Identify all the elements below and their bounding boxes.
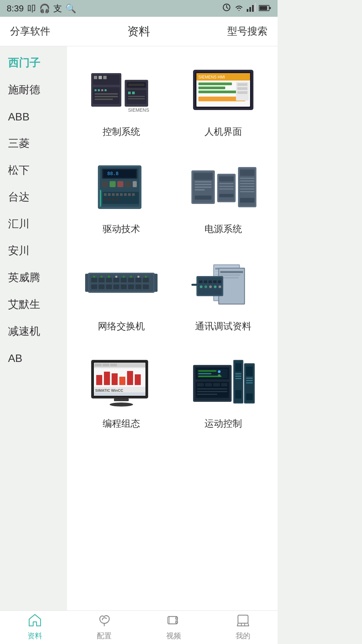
drive-label: 驱动技术 [103, 223, 140, 235]
sidebar-item-emerson[interactable]: 艾默生 [0, 291, 67, 318]
svg-rect-73 [195, 186, 212, 188]
sidebar-item-panasonic[interactable]: 松下 [0, 157, 67, 184]
svg-rect-81 [219, 189, 234, 190]
svg-rect-150 [110, 364, 117, 366]
sidebar-item-reducer[interactable]: 减速机 [0, 318, 67, 345]
status-time: 8:39 [7, 3, 24, 14]
svg-rect-101 [135, 278, 141, 282]
svg-rect-16 [101, 89, 103, 91]
svg-rect-43 [237, 91, 247, 94]
svg-rect-147 [94, 363, 145, 367]
share-software-link[interactable]: 分享软件 [10, 24, 50, 38]
svg-rect-27 [132, 92, 135, 94]
svg-rect-166 [235, 376, 241, 377]
svg-point-105 [108, 276, 110, 278]
svg-rect-2 [249, 7, 251, 12]
sidebar-item-mitsubishi[interactable]: 三菱 [0, 130, 67, 157]
svg-rect-188 [213, 383, 220, 386]
svg-rect-154 [112, 373, 118, 385]
svg-rect-192 [197, 394, 217, 395]
svg-rect-157 [135, 374, 141, 385]
svg-rect-38 [198, 91, 239, 93]
main-layout: 西门子 施耐德 ABB 三菱 松下 台达 汇川 安川 英威腾 艾默生 减速机 [0, 46, 278, 610]
sidebar-item-schneider[interactable]: 施耐德 [0, 76, 67, 103]
svg-rect-49 [102, 181, 108, 187]
category-control-system[interactable]: SIEMENS 控制系统 [74, 53, 169, 144]
svg-rect-57 [108, 193, 111, 196]
svg-rect-52 [125, 181, 131, 187]
hmi-label: 人机界面 [204, 125, 242, 138]
category-motion-control[interactable]: 运动控制 [176, 345, 271, 435]
svg-rect-18 [95, 93, 118, 95]
sidebar-item-inovance[interactable]: 汇川 [0, 211, 67, 237]
tab-mine-label: 我的 [236, 631, 250, 641]
svg-rect-133 [199, 280, 202, 283]
svg-text:SIMATIC WinCC: SIMATIC WinCC [95, 388, 123, 392]
svg-rect-137 [218, 280, 221, 283]
svg-point-110 [145, 276, 147, 278]
svg-rect-100 [128, 278, 134, 282]
svg-rect-113 [106, 284, 112, 289]
svg-rect-63 [132, 193, 135, 196]
svg-point-141 [214, 285, 217, 288]
svg-point-196 [176, 621, 178, 623]
svg-text:88.8: 88.8 [107, 171, 119, 176]
svg-rect-156 [127, 371, 133, 385]
sidebar-item-abb[interactable]: ABB [0, 103, 67, 130]
svg-rect-71 [195, 181, 212, 182]
svg-rect-115 [121, 284, 127, 289]
sidebar-item-invt[interactable]: 英威腾 [0, 264, 67, 291]
tab-mine[interactable]: 我的 [208, 614, 278, 641]
category-power-supply[interactable]: 电源系统 [176, 150, 271, 241]
svg-point-139 [204, 285, 207, 288]
status-battery-icon [259, 3, 271, 14]
tab-config-icon [97, 614, 111, 630]
svg-rect-1 [247, 9, 248, 12]
tab-config[interactable]: 配置 [69, 614, 139, 641]
svg-rect-90 [240, 189, 254, 190]
status-icon-msg: 🔍 [65, 3, 76, 14]
svg-rect-171 [246, 367, 253, 376]
comm-debug-label: 通讯调试资料 [195, 320, 251, 333]
svg-rect-87 [240, 180, 254, 181]
svg-rect-60 [120, 193, 123, 196]
status-icon-pay: 支 [53, 3, 62, 14]
svg-rect-99 [121, 278, 127, 282]
svg-rect-10 [94, 76, 97, 79]
svg-rect-160 [114, 398, 129, 401]
status-bar: 8:39 叩 🎧 支 🔍 [0, 0, 278, 17]
svg-rect-117 [135, 284, 141, 289]
category-programming[interactable]: SIMATIC WinCC 编程组态 [74, 345, 169, 435]
svg-rect-3 [252, 5, 254, 12]
svg-rect-165 [235, 373, 241, 374]
svg-rect-6 [259, 6, 267, 10]
svg-rect-78 [219, 176, 234, 181]
tab-video-label: 视频 [166, 631, 181, 641]
svg-rect-28 [128, 96, 145, 97]
motion-control-image [183, 352, 263, 412]
svg-rect-148 [95, 364, 102, 366]
svg-rect-74 [195, 189, 205, 191]
top-nav: 分享软件 资料 型号搜索 [0, 17, 278, 46]
svg-rect-111 [91, 284, 97, 289]
category-drive[interactable]: 88.8 [74, 150, 169, 241]
category-network-switch[interactable]: 网络交换机 [74, 248, 169, 338]
sidebar-item-yaskawa[interactable]: 安川 [0, 237, 67, 264]
svg-rect-149 [103, 364, 109, 366]
status-left: 8:39 叩 🎧 支 🔍 [7, 3, 76, 14]
sidebar-item-delta[interactable]: 台达 [0, 184, 67, 211]
svg-point-106 [115, 276, 117, 278]
tab-video[interactable]: 视频 [139, 614, 208, 641]
svg-rect-135 [208, 280, 212, 283]
svg-rect-164 [235, 363, 241, 372]
tab-data[interactable]: 资料 [0, 614, 69, 641]
sidebar-item-ab[interactable]: AB [0, 345, 67, 372]
svg-text:SIEMENS HMI: SIEMENS HMI [198, 75, 225, 79]
svg-rect-50 [110, 181, 116, 187]
svg-rect-72 [195, 184, 212, 185]
category-hmi[interactable]: SIEMENS HMI 人机界面 [176, 53, 271, 144]
sidebar-item-siemens[interactable]: 西门子 [0, 50, 67, 76]
svg-rect-59 [116, 193, 119, 196]
category-comm-debug[interactable]: 通讯调试资料 [176, 248, 271, 338]
model-search-link[interactable]: 型号搜索 [227, 24, 267, 38]
